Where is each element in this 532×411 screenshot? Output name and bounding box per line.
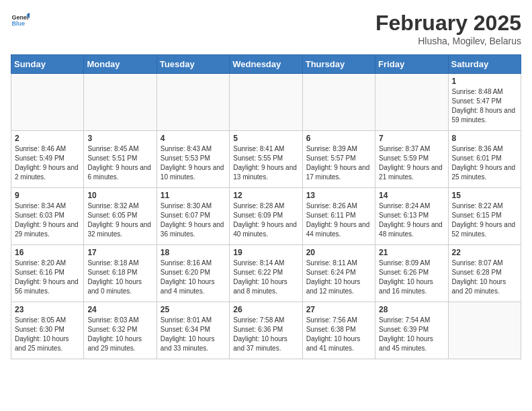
title-block: February 2025 Hlusha, Mogilev, Belarus bbox=[375, 11, 521, 46]
day-cell: 4Sunrise: 8:43 AM Sunset: 5:53 PM Daylig… bbox=[157, 131, 229, 188]
column-header-wednesday: Wednesday bbox=[230, 55, 302, 74]
day-cell: 12Sunrise: 8:28 AM Sunset: 6:09 PM Dayli… bbox=[230, 188, 302, 245]
day-info: Sunrise: 8:05 AM Sunset: 6:30 PM Dayligh… bbox=[15, 316, 80, 353]
day-cell bbox=[157, 74, 229, 131]
day-number: 5 bbox=[233, 134, 298, 143]
day-cell: 2Sunrise: 8:46 AM Sunset: 5:49 PM Daylig… bbox=[11, 131, 84, 188]
day-cell bbox=[375, 74, 448, 131]
day-cell: 1Sunrise: 8:48 AM Sunset: 5:47 PM Daylig… bbox=[448, 74, 521, 131]
day-cell: 26Sunrise: 7:58 AM Sunset: 6:36 PM Dayli… bbox=[230, 302, 302, 359]
day-cell: 27Sunrise: 7:56 AM Sunset: 6:38 PM Dayli… bbox=[302, 302, 375, 359]
day-info: Sunrise: 8:39 AM Sunset: 5:57 PM Dayligh… bbox=[306, 144, 371, 182]
day-number: 20 bbox=[306, 248, 371, 257]
day-cell: 21Sunrise: 8:09 AM Sunset: 6:26 PM Dayli… bbox=[375, 245, 448, 302]
day-info: Sunrise: 8:20 AM Sunset: 6:16 PM Dayligh… bbox=[15, 259, 80, 296]
day-info: Sunrise: 7:58 AM Sunset: 6:36 PM Dayligh… bbox=[233, 316, 298, 353]
day-number: 22 bbox=[452, 248, 517, 257]
day-cell: 19Sunrise: 8:14 AM Sunset: 6:22 PM Dayli… bbox=[230, 245, 302, 302]
week-row-2: 2Sunrise: 8:46 AM Sunset: 5:49 PM Daylig… bbox=[11, 131, 521, 188]
day-cell: 3Sunrise: 8:45 AM Sunset: 5:51 PM Daylig… bbox=[84, 131, 157, 188]
day-info: Sunrise: 8:30 AM Sunset: 6:07 PM Dayligh… bbox=[161, 201, 226, 239]
day-header-row: SundayMondayTuesdayWednesdayThursdayFrid… bbox=[11, 55, 521, 74]
location: Hlusha, Mogilev, Belarus bbox=[375, 36, 521, 46]
day-cell: 28Sunrise: 7:54 AM Sunset: 6:39 PM Dayli… bbox=[375, 302, 448, 359]
day-cell: 24Sunrise: 8:03 AM Sunset: 6:32 PM Dayli… bbox=[84, 302, 157, 359]
day-info: Sunrise: 8:48 AM Sunset: 5:47 PM Dayligh… bbox=[452, 87, 517, 125]
day-info: Sunrise: 8:09 AM Sunset: 6:26 PM Dayligh… bbox=[379, 259, 444, 296]
day-number: 10 bbox=[87, 191, 152, 200]
day-number: 19 bbox=[233, 248, 298, 257]
day-info: Sunrise: 7:54 AM Sunset: 6:39 PM Dayligh… bbox=[379, 316, 444, 353]
day-cell: 22Sunrise: 8:07 AM Sunset: 6:28 PM Dayli… bbox=[448, 245, 521, 302]
day-info: Sunrise: 8:32 AM Sunset: 6:05 PM Dayligh… bbox=[87, 201, 152, 239]
day-info: Sunrise: 8:26 AM Sunset: 6:11 PM Dayligh… bbox=[306, 201, 371, 239]
calendar-table: SundayMondayTuesdayWednesdayThursdayFrid… bbox=[11, 54, 521, 359]
week-row-3: 9Sunrise: 8:34 AM Sunset: 6:03 PM Daylig… bbox=[11, 188, 521, 245]
day-number: 8 bbox=[452, 134, 517, 143]
day-cell: 23Sunrise: 8:05 AM Sunset: 6:30 PM Dayli… bbox=[11, 302, 84, 359]
day-info: Sunrise: 8:14 AM Sunset: 6:22 PM Dayligh… bbox=[233, 259, 298, 296]
day-info: Sunrise: 8:34 AM Sunset: 6:03 PM Dayligh… bbox=[15, 201, 80, 239]
day-number: 18 bbox=[161, 248, 226, 257]
day-cell: 10Sunrise: 8:32 AM Sunset: 6:05 PM Dayli… bbox=[84, 188, 157, 245]
day-info: Sunrise: 8:11 AM Sunset: 6:24 PM Dayligh… bbox=[306, 259, 371, 296]
column-header-friday: Friday bbox=[375, 55, 448, 74]
day-number: 13 bbox=[306, 191, 371, 200]
day-cell: 9Sunrise: 8:34 AM Sunset: 6:03 PM Daylig… bbox=[11, 188, 84, 245]
week-row-4: 16Sunrise: 8:20 AM Sunset: 6:16 PM Dayli… bbox=[11, 245, 521, 302]
day-cell: 20Sunrise: 8:11 AM Sunset: 6:24 PM Dayli… bbox=[302, 245, 375, 302]
column-header-monday: Monday bbox=[84, 55, 157, 74]
svg-text:Blue: Blue bbox=[11, 20, 25, 27]
day-info: Sunrise: 8:37 AM Sunset: 5:59 PM Dayligh… bbox=[379, 144, 444, 182]
day-cell: 13Sunrise: 8:26 AM Sunset: 6:11 PM Dayli… bbox=[302, 188, 375, 245]
day-info: Sunrise: 8:43 AM Sunset: 5:53 PM Dayligh… bbox=[161, 144, 226, 182]
day-number: 25 bbox=[161, 305, 226, 314]
day-cell: 11Sunrise: 8:30 AM Sunset: 6:07 PM Dayli… bbox=[157, 188, 229, 245]
day-cell: 8Sunrise: 8:36 AM Sunset: 6:01 PM Daylig… bbox=[448, 131, 521, 188]
day-cell bbox=[84, 74, 157, 131]
day-number: 21 bbox=[379, 248, 444, 257]
day-number: 3 bbox=[87, 134, 152, 143]
day-info: Sunrise: 7:56 AM Sunset: 6:38 PM Dayligh… bbox=[306, 316, 371, 353]
day-number: 1 bbox=[452, 77, 517, 86]
day-number: 15 bbox=[452, 191, 517, 200]
day-number: 14 bbox=[379, 191, 444, 200]
day-info: Sunrise: 8:16 AM Sunset: 6:20 PM Dayligh… bbox=[161, 259, 226, 296]
day-number: 23 bbox=[15, 305, 80, 314]
day-number: 9 bbox=[15, 191, 80, 200]
logo: General Blue bbox=[11, 11, 30, 30]
day-info: Sunrise: 8:45 AM Sunset: 5:51 PM Dayligh… bbox=[87, 144, 152, 182]
day-cell: 7Sunrise: 8:37 AM Sunset: 5:59 PM Daylig… bbox=[375, 131, 448, 188]
day-cell bbox=[230, 74, 302, 131]
day-number: 16 bbox=[15, 248, 80, 257]
day-number: 12 bbox=[233, 191, 298, 200]
day-number: 6 bbox=[306, 134, 371, 143]
week-row-1: 1Sunrise: 8:48 AM Sunset: 5:47 PM Daylig… bbox=[11, 74, 521, 131]
day-cell: 14Sunrise: 8:24 AM Sunset: 6:13 PM Dayli… bbox=[375, 188, 448, 245]
day-cell: 16Sunrise: 8:20 AM Sunset: 6:16 PM Dayli… bbox=[11, 245, 84, 302]
day-cell: 15Sunrise: 8:22 AM Sunset: 6:15 PM Dayli… bbox=[448, 188, 521, 245]
day-cell: 6Sunrise: 8:39 AM Sunset: 5:57 PM Daylig… bbox=[302, 131, 375, 188]
day-info: Sunrise: 8:18 AM Sunset: 6:18 PM Dayligh… bbox=[87, 259, 152, 296]
day-info: Sunrise: 8:22 AM Sunset: 6:15 PM Dayligh… bbox=[452, 201, 517, 239]
day-info: Sunrise: 8:03 AM Sunset: 6:32 PM Dayligh… bbox=[87, 316, 152, 353]
day-info: Sunrise: 8:01 AM Sunset: 6:34 PM Dayligh… bbox=[161, 316, 226, 353]
day-cell bbox=[11, 74, 84, 131]
week-row-5: 23Sunrise: 8:05 AM Sunset: 6:30 PM Dayli… bbox=[11, 302, 521, 359]
day-info: Sunrise: 8:07 AM Sunset: 6:28 PM Dayligh… bbox=[452, 259, 517, 296]
day-number: 24 bbox=[87, 305, 152, 314]
day-info: Sunrise: 8:46 AM Sunset: 5:49 PM Dayligh… bbox=[15, 144, 80, 182]
day-number: 11 bbox=[161, 191, 226, 200]
day-info: Sunrise: 8:24 AM Sunset: 6:13 PM Dayligh… bbox=[379, 201, 444, 239]
day-cell bbox=[302, 74, 375, 131]
column-header-saturday: Saturday bbox=[448, 55, 521, 74]
logo-icon: General Blue bbox=[11, 11, 30, 30]
day-cell: 5Sunrise: 8:41 AM Sunset: 5:55 PM Daylig… bbox=[230, 131, 302, 188]
day-number: 17 bbox=[87, 248, 152, 257]
day-cell: 18Sunrise: 8:16 AM Sunset: 6:20 PM Dayli… bbox=[157, 245, 229, 302]
day-number: 26 bbox=[233, 305, 298, 314]
day-cell: 17Sunrise: 8:18 AM Sunset: 6:18 PM Dayli… bbox=[84, 245, 157, 302]
day-number: 7 bbox=[379, 134, 444, 143]
day-number: 27 bbox=[306, 305, 371, 314]
page-header: General Blue February 2025 Hlusha, Mogil… bbox=[11, 11, 521, 46]
